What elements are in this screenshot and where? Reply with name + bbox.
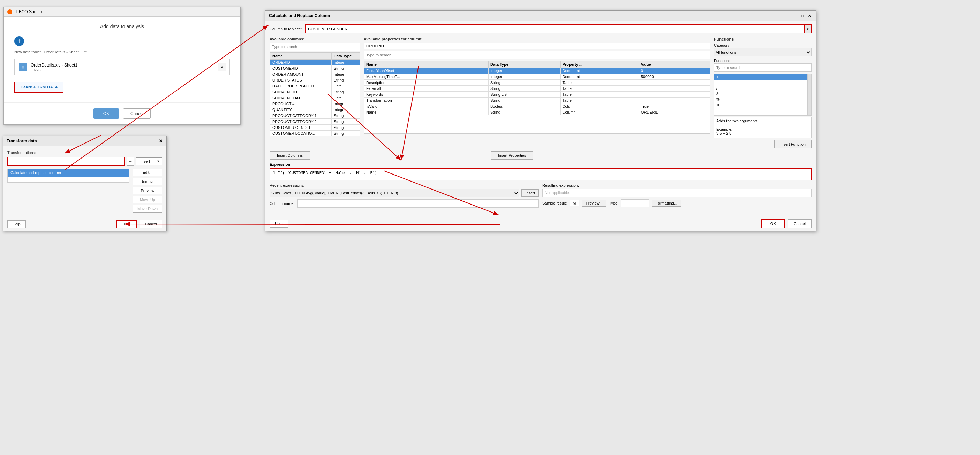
resulting-expr-section: Resulting expression: Not applicable. Sa… [542,183,811,210]
add-data-header: TIBCO Spotfire [4,7,240,17]
function-search-input[interactable] [714,63,811,72]
func-example-value: 3.5 + 2.5 [716,132,809,136]
tibco-logo [7,10,12,14]
function-list-scrollbar[interactable] [807,74,811,116]
table-row[interactable]: KeywordsString ListTable [364,92,710,98]
collapse-button[interactable]: ∧ [218,63,226,71]
resulting-expr-label: Resulting expression: [542,183,811,187]
maximize-button[interactable]: □ [800,13,805,19]
recent-expr-section: Recent expressions: Sum([Sales]) THEN Av… [270,183,539,210]
table-row[interactable]: PRODUCT #Integer [270,101,360,107]
table-row[interactable]: ExternalIdStringTable [364,86,710,92]
table-row[interactable]: CUSTOMER LOCATIO...String [270,131,360,136]
table-row[interactable]: PRODUCT CATEGORY 2String [270,119,360,125]
table-row[interactable]: NameStringColumnORDERID [364,109,710,115]
new-table-name: OrderDetails - Sheet1 [44,50,81,54]
add-data-ok-button[interactable]: OK [94,108,119,119]
transform-close-icon[interactable]: ✕ [159,138,163,144]
func-list-item-minus[interactable]: - [714,80,807,86]
edit-table-icon[interactable]: ✏ [84,49,87,54]
avail-cols-label: Available columns: [270,37,360,41]
data-source-icon: ⊞ [19,63,27,71]
func-list-item-amp[interactable]: & [714,91,807,97]
transformations-label: Transformations: [7,151,162,155]
table-row[interactable]: ORDERID Integer [270,60,360,65]
expression-box[interactable]: 1 If( [CUSTOMER GENDER] = 'Male' , 'M' ,… [270,168,811,181]
col-type-cell: Integer [331,60,360,65]
preview-button2[interactable]: Preview... [582,200,606,207]
func-list-item-percent[interactable]: % [714,97,807,102]
transform-data-button[interactable]: TRANSFORM DATA [14,81,64,93]
category-select[interactable]: All functions [714,48,811,56]
transform-name-input[interactable]: Calculate and replace column [7,157,125,166]
bottom-expressions-row: Recent expressions: Sum([Sales]) THEN Av… [270,183,811,210]
move-up-button[interactable]: Move Up [133,196,162,203]
insert-button[interactable]: Insert [136,157,154,165]
col-type-header: Data Type [331,53,360,60]
add-plus-button[interactable]: + [14,36,24,46]
table-row[interactable]: SHIPMENT IDString [270,89,360,95]
transform-help-button[interactable]: Help [7,220,26,228]
resulting-expr-value: Not applicable. [542,189,811,197]
col-replace-value[interactable]: CUSTOMER GENDER [305,24,805,33]
expression-section: Expression: 1 If( [CUSTOMER GENDER] = 'M… [270,162,811,181]
transform-list: Calculate and replace column [7,169,129,182]
remove-button[interactable]: Remove [133,178,162,185]
transform-title: Transform data [6,139,37,144]
formatting-button[interactable]: Formatting... [652,200,681,207]
avail-cols-search-input[interactable] [270,43,360,51]
table-row[interactable]: DescriptionStringTable [364,80,710,86]
func-list-item-plus[interactable]: + [714,74,807,80]
sample-result-value: M [570,200,579,206]
calc-ok-button[interactable]: OK [761,219,785,228]
table-row[interactable]: DATE ORDER PLACEDDate [270,83,360,89]
expression-label: Expression: [270,162,811,166]
table-row[interactable]: CUSTOMERIDString [270,65,360,71]
preview-button[interactable]: Preview [133,187,162,194]
table-row[interactable]: ORDER AMOUNTInteger [270,71,360,77]
calc-help-button[interactable]: Help [270,220,288,227]
props-search-input[interactable] [364,51,710,59]
calc-cancel-button[interactable]: Cancel [788,219,811,228]
func-list-item-notequal[interactable]: != [714,102,807,108]
insert-dropdown-button[interactable]: ▼ [154,157,162,165]
insert-columns-button[interactable]: Insert Columns [270,151,310,160]
table-row[interactable]: SHIPMENT DATEDate [270,95,360,101]
close-button[interactable]: ✕ [807,13,812,19]
data-source-row: ⊞ OrderDetails.xls - Sheet1 Import ∧ [14,59,230,75]
table-row[interactable]: IsValidBooleanColumnTrue [364,103,710,109]
type-input[interactable]: String [621,199,649,207]
transform-ok-button[interactable]: OK [116,220,137,228]
table-row[interactable]: CUSTOMER GENDERString [270,125,360,131]
properties-table: Name Data Type Property ... Value Fiscal… [364,61,710,115]
add-data-title: Add data to analysis [14,24,230,29]
insert-function-button[interactable]: Insert Function [774,140,811,148]
add-data-cancel-button[interactable]: Cancel [123,108,151,119]
table-row[interactable]: TransformationStringTable [364,98,710,103]
table-row[interactable]: FiscalYearOffset Integer Document 0 [364,68,710,74]
props-selected-col: ORDERID [364,43,710,49]
col-name-header: Name [270,53,332,60]
table-row[interactable]: PRODUCT CATEGORY 1String [270,113,360,119]
table-row[interactable]: ORDER STATUSString [270,77,360,83]
function-description: Adds the two arguments. Example: 3.5 + 2… [714,117,811,138]
move-down-button[interactable]: Move Down [133,205,162,212]
type-label: Type: [609,201,618,205]
func-list-item-divide[interactable]: / [714,86,807,91]
functions-panel: Functions Category: All functions Functi… [714,37,811,148]
minus-button[interactable]: − [127,157,134,166]
transform-cancel-button[interactable]: Cancel [140,220,162,228]
transform-dialog: Transform data ✕ Transformations: Calcul… [3,136,167,231]
edit-button[interactable]: Edit... [133,169,162,176]
col-name-input[interactable]: CUSTOMER GENDER [298,199,539,208]
table-row[interactable]: MaxMissingTimeP...IntegerDocument500000 [364,74,710,80]
props-search-box [364,51,710,59]
calc-header: Calculate and Replace Column □ ✕ [266,11,816,21]
insert-properties-button[interactable]: Insert Properties [491,151,534,160]
transform-list-item[interactable]: Calculate and replace column [8,169,129,177]
new-table-label: New data table: [14,50,41,54]
table-row[interactable]: QUANTITYInteger [270,107,360,113]
col-replace-dropdown-arrow[interactable]: ▼ [805,24,811,33]
recent-insert-button[interactable]: Insert [522,189,539,197]
recent-expr-select[interactable]: Sum([Sales]) THEN Avg([Value]) OVER (Las… [270,189,519,197]
